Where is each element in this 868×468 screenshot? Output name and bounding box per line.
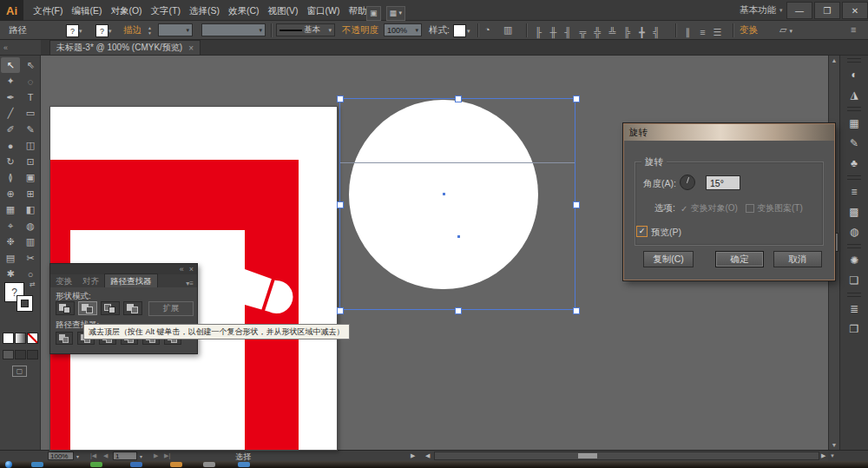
gradient-panel-icon[interactable]: ▩	[840, 201, 868, 221]
taskbar-app-icon-2[interactable]	[90, 462, 102, 467]
distribute-spacing-icon[interactable]: ☰	[710, 26, 725, 39]
opacity-select[interactable]: 100%▾	[384, 23, 422, 36]
unite-button[interactable]	[56, 301, 75, 315]
panel-collapse-icon[interactable]: «	[180, 265, 184, 274]
copy-button[interactable]: 复制(C)	[643, 251, 694, 267]
gradient-tool[interactable]: ◧	[21, 202, 40, 218]
close-button[interactable]: ✕	[842, 2, 868, 19]
distribute-h-space-icon[interactable]: ∥	[681, 26, 695, 39]
restore-button[interactable]: ❐	[814, 2, 840, 19]
arrange-documents-icon[interactable]: ▦ ▾	[386, 6, 406, 21]
horizontal-scroll-thumb[interactable]	[578, 453, 597, 458]
scroll-up-icon[interactable]: ▲	[829, 57, 839, 63]
taskbar-app-icon-1[interactable]	[31, 462, 43, 467]
artboard-tool[interactable]: ▤	[1, 250, 20, 266]
stroke-weight-select[interactable]: ▾	[158, 23, 193, 36]
selection-tool[interactable]: ↖	[1, 57, 20, 73]
layers-panel-icon[interactable]: ≣	[840, 299, 868, 319]
intersect-button[interactable]	[101, 301, 120, 315]
last-artboard-icon[interactable]: ▶|	[164, 452, 170, 459]
h-align-left-icon[interactable]: ╟	[531, 26, 546, 39]
expand-button[interactable]: 扩展	[148, 301, 194, 316]
divide-button[interactable]	[56, 332, 73, 345]
pencil-tool[interactable]: ✎	[21, 122, 40, 137]
appearance-panel-icon[interactable]: ✺	[840, 250, 868, 270]
red-rectangle-top[interactable]	[50, 160, 299, 230]
pen-tool[interactable]: ✒	[1, 89, 20, 105]
minus-front-button[interactable]	[78, 301, 97, 315]
stroke-weight-stepper[interactable]: ▲▼	[146, 24, 154, 36]
zoom-caret-icon[interactable]: ▾	[76, 453, 79, 459]
rotate-tool[interactable]: ↻	[1, 154, 20, 169]
zoom-tool[interactable]: ○	[21, 267, 40, 282]
brush-definition-select[interactable]: 基本▾	[276, 23, 335, 36]
panel-close-icon[interactable]: ×	[189, 265, 194, 274]
bridge-icon[interactable]: ▣	[366, 6, 381, 21]
fill-caret-icon[interactable]: ▾	[79, 28, 82, 35]
exclude-button[interactable]	[123, 301, 142, 315]
transparency-panel-icon[interactable]: ◍	[840, 221, 868, 241]
preview-checkbox[interactable]: ✓	[636, 226, 648, 237]
v-align-center-icon[interactable]: ╬	[590, 26, 605, 39]
blob-brush-tool[interactable]: ●	[1, 138, 20, 154]
color-panel-icon[interactable]: ◐	[840, 64, 868, 84]
taskbar-app-icon-4[interactable]	[170, 462, 182, 467]
paintbrush-tool[interactable]: ✐	[1, 122, 20, 137]
stroke-indicator[interactable]	[16, 295, 33, 312]
control-panel-menu-icon[interactable]: ≡	[851, 24, 856, 35]
stroke-caret-icon[interactable]: ▾	[108, 28, 112, 35]
graphic-styles-icon[interactable]: ❏	[840, 270, 868, 290]
horizontal-scrollbar[interactable]	[434, 452, 819, 460]
start-button[interactable]	[5, 461, 12, 468]
taskbar-app-icon-6[interactable]	[238, 462, 250, 467]
align-options-icon[interactable]: ▥	[503, 24, 512, 36]
style-swatch[interactable]	[453, 24, 466, 37]
screen-mode-button[interactable]: ▢	[12, 366, 27, 377]
perspective-grid-tool[interactable]: ⊞	[21, 186, 40, 201]
line-segment-tool[interactable]: ╱	[1, 106, 20, 122]
hand-tool[interactable]: ✱	[1, 267, 20, 282]
menu-window[interactable]: 窗口(W)	[303, 0, 345, 21]
dialog-title-bar[interactable]: 旋转	[624, 124, 834, 141]
menu-view[interactable]: 视图(V)	[264, 0, 303, 21]
eraser-tool[interactable]: ◫	[21, 138, 40, 154]
artboards-panel-icon[interactable]: ❐	[840, 319, 868, 339]
selection-handle[interactable]	[573, 307, 580, 314]
artboard-caret-icon[interactable]: ▾	[140, 453, 142, 459]
prev-artboard-icon[interactable]: ◀	[103, 452, 108, 459]
distribute-top-edge-icon[interactable]: ╠	[620, 26, 635, 39]
panel-menu-icon[interactable]: ▾≡	[186, 280, 197, 287]
selection-handle[interactable]	[573, 96, 580, 102]
menu-effect[interactable]: 效果(C)	[224, 0, 264, 21]
symbol-sprayer-tool[interactable]: ❉	[1, 234, 20, 250]
draw-behind-button[interactable]	[15, 350, 26, 359]
scroll-down-icon[interactable]: ▼	[829, 442, 839, 448]
scroll-right-icon[interactable]: ▶	[821, 452, 825, 459]
selection-handle[interactable]	[573, 201, 580, 208]
column-graph-tool[interactable]: ▥	[21, 234, 40, 250]
color-button[interactable]	[3, 333, 14, 344]
free-transform-tool[interactable]: ▣	[21, 170, 40, 186]
color-guide-icon[interactable]: ◮	[840, 84, 868, 104]
tab-pathfinder[interactable]: 路径查找器	[104, 274, 158, 287]
gradient-button[interactable]	[15, 333, 26, 344]
scroll-left-small-icon[interactable]: ◀	[425, 452, 430, 459]
distribute-v-space-icon[interactable]: ≡	[695, 26, 710, 39]
brushes-icon[interactable]: ✎	[840, 133, 868, 153]
document-tab[interactable]: 未标题-3* @ 100% (CMYK/预览) ×	[49, 40, 201, 55]
v-align-bottom-icon[interactable]: ╩	[605, 26, 620, 39]
zoom-level-field[interactable]: 100%	[48, 452, 74, 460]
type-tool[interactable]: T	[21, 89, 40, 105]
direct-selection-tool[interactable]: ⇖	[21, 57, 40, 73]
center-point[interactable]	[457, 235, 460, 238]
tab-transform[interactable]: 变换	[50, 274, 77, 287]
artboard-number-field[interactable]: 1	[113, 452, 137, 460]
minimize-button[interactable]: —	[786, 2, 812, 19]
width-profile-select[interactable]: ▾	[201, 23, 266, 36]
style-caret-icon[interactable]: ▾	[467, 28, 470, 35]
tool-panel-collapse[interactable]: «	[0, 40, 41, 55]
h-align-right-icon[interactable]: ╢	[561, 26, 575, 39]
selection-handle[interactable]	[337, 201, 344, 208]
taskbar-app-icon-3[interactable]	[130, 462, 142, 467]
menu-object[interactable]: 对象(O)	[106, 0, 146, 21]
